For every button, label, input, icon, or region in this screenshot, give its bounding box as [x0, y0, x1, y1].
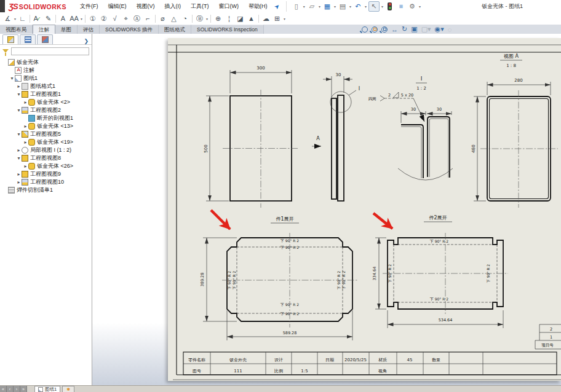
options-gear-icon[interactable]: ⚙ [407, 2, 417, 11]
expand-arrow[interactable]: ▸ [16, 84, 22, 89]
save-icon[interactable]: ▦ [322, 2, 332, 11]
filter-input[interactable] [11, 47, 89, 55]
expand-arrow[interactable]: ▾ [16, 108, 22, 113]
select-dropdown[interactable]: ▾ [381, 4, 383, 9]
new-document-icon[interactable]: ▯ [292, 2, 301, 11]
zoom-to-fit-icon[interactable] [362, 26, 368, 33]
note-pattern-a-dropdown[interactable]: ▾ [206, 17, 208, 21]
expand-arrow[interactable]: ▸ [23, 123, 28, 129]
dim-334-64[interactable]: 334.64 [372, 267, 377, 281]
last-sheet-button[interactable]: » [20, 386, 27, 392]
bend-note[interactable]: 下 90° R 2 [341, 271, 346, 290]
bend-note[interactable]: 下 90° R 2 [280, 302, 300, 307]
tree-item-0[interactable]: 钣金壳体 [0, 58, 92, 66]
tab-3[interactable]: 评估 [78, 25, 100, 34]
prev-sheet-button[interactable]: ‹ [7, 386, 14, 392]
tree-item-6[interactable]: ▾工程图视图2 [0, 106, 92, 114]
expand-arrow[interactable]: ▾ [16, 131, 22, 137]
tree-item-15[interactable]: ▸工程图视图10 [0, 178, 92, 186]
bend-note[interactable]: 下 90° R 2 [336, 271, 341, 290]
hide-show-items-icon[interactable]: ◌ [448, 26, 452, 33]
dim-300[interactable]: 300 [257, 66, 265, 71]
menu-item-3[interactable]: 插入(I) [159, 0, 186, 12]
menu-item-4[interactable]: 工具(T) [186, 0, 214, 12]
flat-pattern-2[interactable]: 件2展开 下 90° R 2 下 90° R 2 下 90° R 2 下 90°… [372, 215, 508, 328]
smart-dimension-icon[interactable]: ∡ [2, 14, 13, 23]
dim-589-28[interactable]: 589.28 [283, 331, 297, 335]
datum-feature-icon[interactable]: Ⓐ [132, 14, 142, 23]
open-document-dropdown[interactable]: ▾ [319, 4, 320, 9]
dim-389-28[interactable]: 389.28 [200, 273, 205, 287]
tree-item-13[interactable]: ▸钣金壳体 <26> [0, 162, 92, 170]
drawing-sheet[interactable]: .thk{stroke:#141414;stroke-width:1.8;fil… [168, 38, 561, 381]
tree-item-9[interactable]: ▾工程图视图5 [0, 130, 92, 138]
dim-280[interactable]: 280 [514, 78, 522, 83]
weld-leg[interactable]: 2 [388, 93, 391, 98]
3d-drawing-view-icon[interactable]: ▣ [411, 25, 417, 33]
next-sheet-button[interactable]: › [14, 386, 20, 392]
surface-finish-icon[interactable]: √ [109, 14, 120, 23]
expand-arrow[interactable]: ▸ [23, 100, 28, 105]
bend-note[interactable]: 下 90° R 2 [280, 238, 300, 243]
open-document-icon[interactable]: ▱ [307, 2, 317, 11]
tree-item-3[interactable]: ▸图纸格式1 [0, 82, 92, 90]
view-settings-icon[interactable]: ▢▾ [421, 25, 431, 33]
ordinate-dimension-icon[interactable]: ∟ [17, 14, 28, 23]
detail-circle-label[interactable]: I [359, 86, 360, 92]
expand-arrow[interactable]: ▾ [9, 76, 15, 81]
bend-note[interactable]: 下 90° R 2 [280, 312, 300, 316]
hole-callout-icon[interactable]: ⌀ [157, 14, 168, 23]
bend-note[interactable]: 下 90° R 2 [232, 271, 236, 290]
centerline-icon[interactable]: ¦ [224, 14, 234, 23]
menu-item-5[interactable]: 窗口(W) [213, 0, 244, 12]
display-pane-icon[interactable]: ≡ [396, 2, 406, 11]
display-style-icon[interactable]: ◉▾ [435, 25, 444, 33]
center-mark-icon[interactable]: ⊕ [213, 14, 223, 23]
tab-2[interactable]: 草图 [55, 25, 78, 34]
tree-item-16[interactable]: 焊件切割清单1 [0, 186, 92, 194]
smart-dimension-dropdown[interactable]: ▾ [14, 17, 16, 21]
bend-note[interactable]: 下 90° R 2 [280, 245, 300, 249]
expand-arrow[interactable]: ▸ [16, 171, 22, 177]
expand-arrow[interactable]: ▸ [23, 163, 28, 169]
note-pattern-a-icon[interactable]: Ⓑ [194, 14, 205, 23]
spell-checker-icon[interactable]: A✓ [32, 14, 42, 23]
tree-item-11[interactable]: ▸局部视图 I (1 : 2) [0, 146, 92, 154]
linear-note-pattern-dropdown[interactable]: ▾ [81, 17, 82, 21]
tree-item-8[interactable]: ▸钣金壳体 <13> [0, 122, 92, 130]
bend-note[interactable]: 下 90° R 2 [430, 297, 449, 301]
expand-arrow[interactable]: ▾ [16, 155, 22, 161]
bend-note[interactable]: 下 90° R 2 [227, 271, 231, 290]
format-painter-icon[interactable]: ✎ [43, 14, 54, 23]
options-gear-dropdown[interactable]: ▾ [419, 4, 421, 9]
undo-icon[interactable]: ↶ [353, 2, 363, 11]
tree-item-2[interactable]: ▾图纸1 [0, 74, 92, 82]
tree-item-10[interactable]: ▸钣金壳体 <19> [0, 138, 92, 146]
area-hatch-icon[interactable]: ◪ [235, 14, 245, 23]
tables-dropdown[interactable]: ▾ [284, 17, 285, 21]
bend-note[interactable]: 下 90° R 2 [486, 264, 490, 283]
linear-note-pattern-icon[interactable]: AA [69, 14, 79, 23]
magnifier-icon[interactable]: ◔ [180, 14, 190, 23]
zoom-to-area-icon[interactable] [372, 26, 378, 33]
menu-item-2[interactable]: 视图(V) [131, 0, 159, 12]
tree-item-4[interactable]: ▾工程图视图1 [0, 90, 92, 98]
tab-1[interactable]: 注解 [33, 25, 55, 34]
panel-expand-arrow[interactable]: ❯ [84, 38, 89, 44]
side-view[interactable]: 30 I A [312, 73, 360, 201]
section-label-a[interactable]: A [316, 136, 320, 141]
tables-icon[interactable]: ⊞ [272, 14, 282, 23]
first-sheet-button[interactable]: « [0, 386, 7, 392]
weld-all-around[interactable]: 四周 [368, 96, 376, 101]
print-dropdown[interactable]: ▾ [349, 4, 351, 9]
note-icon[interactable]: A [58, 14, 68, 23]
add-sheet-tab[interactable]: ✱ [62, 386, 74, 392]
dim-480[interactable]: 480 [471, 144, 476, 152]
expand-arrow[interactable]: ▸ [16, 147, 22, 153]
graphics-area[interactable]: .thk{stroke:#141414;stroke-width:1.8;fil… [92, 34, 561, 386]
tree-item-7[interactable]: 断开的剖视图1 [0, 114, 92, 122]
revision-cloud-icon[interactable]: ☁ [261, 14, 271, 23]
dim-534-64[interactable]: 534.64 [439, 318, 453, 323]
dim-30-left[interactable]: 30 [411, 107, 416, 112]
expand-arrow[interactable]: ▾ [16, 92, 22, 97]
